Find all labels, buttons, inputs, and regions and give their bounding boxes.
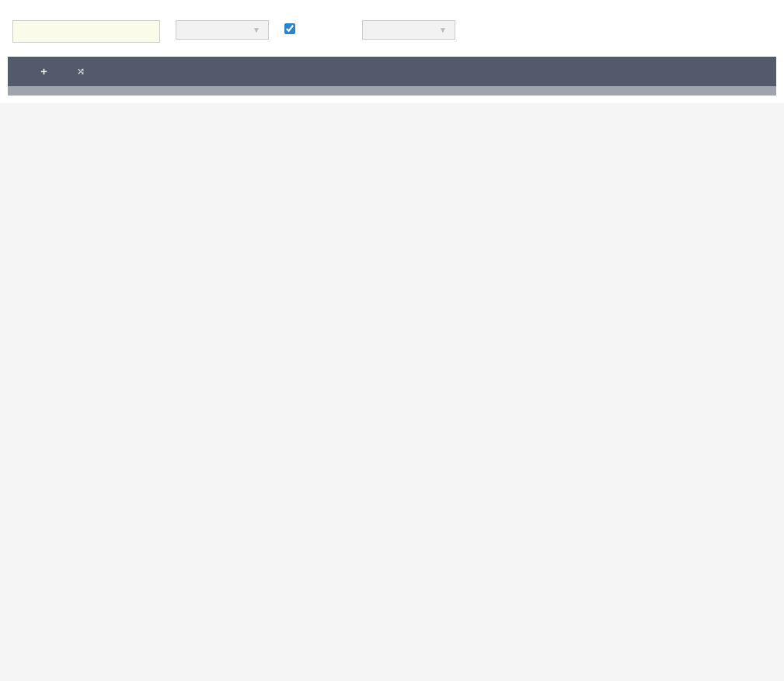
header-checkbox[interactable] — [284, 23, 295, 34]
column-headers — [8, 86, 776, 96]
branch-icon: ⤮ — [77, 66, 85, 77]
add-conditional-button[interactable]: ⤮ — [77, 66, 89, 77]
dark-toolbar: ＋ ⤮ — [8, 57, 776, 86]
chevron-down-icon: ▼ — [439, 26, 447, 34]
top-settings: ▼ ▼ — [8, 8, 776, 57]
plus-icon: ＋ — [39, 64, 49, 78]
header-checkbox-row[interactable] — [284, 20, 300, 34]
delimiter-select[interactable]: ▼ — [362, 20, 455, 40]
add-item-button[interactable]: ＋ — [39, 64, 54, 78]
format-name-input[interactable] — [12, 20, 160, 43]
encoding-select[interactable]: ▼ — [176, 20, 269, 40]
chevron-down-icon: ▼ — [253, 26, 260, 34]
